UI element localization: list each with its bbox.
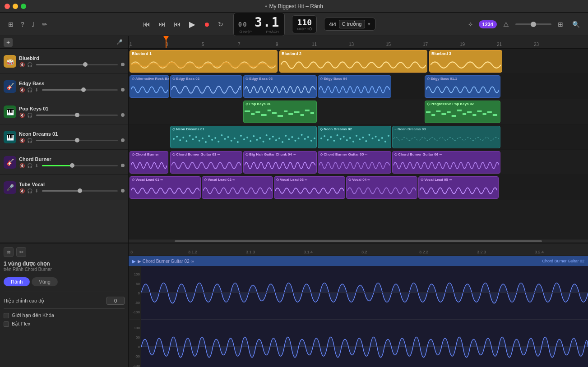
rewind-button[interactable]: ⏮ xyxy=(140,18,153,30)
bluebird-solo[interactable]: 🎧 xyxy=(27,62,33,67)
clip-vocallead03[interactable]: ◇ Vocal Lead 03 ∞ xyxy=(274,176,345,199)
edgybass-volume[interactable] xyxy=(42,89,118,91)
clip-chordburner05[interactable]: ◇ Chord Burner Guitar 05 ∞ xyxy=(318,151,391,174)
add-track-button[interactable]: + xyxy=(4,38,13,47)
library-button[interactable]: ⊞ xyxy=(555,19,566,30)
pencil-button[interactable]: ✏ xyxy=(39,19,50,30)
key-display[interactable]: C trưởng xyxy=(339,20,365,28)
edgybass-solo[interactable]: 🎧 xyxy=(27,87,33,92)
chordburner-volume[interactable] xyxy=(42,165,118,166)
loop-button[interactable]: ↻ xyxy=(215,19,226,30)
track-header-chordburner[interactable]: 🎸 Chord Burner 🔇 🎧 ⬇ xyxy=(0,150,128,175)
search-button[interactable]: 🔍 xyxy=(569,19,583,30)
chordburner-solo[interactable]: 🎧 xyxy=(27,163,33,168)
clip-edgybass04[interactable]: ◇ Edgy Bass 04 xyxy=(318,75,391,98)
flex-checkbox[interactable] xyxy=(4,321,9,327)
chordburner-extra[interactable]: ⬇ xyxy=(34,163,39,168)
track-header-bluebird[interactable]: 🥁 Bluebird 🔇 🎧 xyxy=(0,49,128,74)
ruler-mark-15: 15 xyxy=(386,42,391,47)
tubevocal-extra[interactable]: ⬇ xyxy=(34,188,39,193)
forward-button[interactable]: ⏭ xyxy=(156,18,168,30)
track-header-neondreams[interactable]: 🎹 Neon Dreams 01 🔇 🎧 xyxy=(0,124,128,150)
clip-bighair04[interactable]: ◇ Big Hair Guitar Chunk 04 ∞ xyxy=(243,151,317,174)
clip-chordburner03[interactable]: ◇ Chord Burner Guitar 03 ∞ xyxy=(170,151,242,174)
vung-tab[interactable]: Vùng xyxy=(32,277,58,286)
clip-edgybass02[interactable]: ◇ Edgy Bass 02 xyxy=(170,75,242,98)
popkeys-mute[interactable]: 🔇 xyxy=(19,113,25,118)
clip-edgybass011[interactable]: ◇ Edgy Bass 01.1 xyxy=(425,75,500,98)
metronome-button[interactable]: ♩ xyxy=(29,19,37,30)
tubevocal-controls: 🔇 🎧 ⬇ xyxy=(19,188,125,193)
bpm-display[interactable]: 110 NHỊP ĐỘ xyxy=(292,15,317,33)
position-display[interactable]: 00 3.1 Ô NHỊP PHÁCH xyxy=(233,13,285,36)
pitch-value[interactable]: 0 xyxy=(106,297,125,305)
minimize-button[interactable] xyxy=(13,4,18,9)
bluebird-mute[interactable]: 🔇 xyxy=(19,62,25,67)
scrollbar-thumb[interactable] xyxy=(175,240,542,242)
track-header-edgybass[interactable]: 🎸 Edgy Bass 🔇 🎧 ⬇ xyxy=(0,74,128,99)
waveform-icon-btn[interactable]: ≋ xyxy=(4,247,14,257)
time-sig-display[interactable]: 4/4 C trưởng ▾ xyxy=(324,18,375,31)
clip-edgybass03[interactable]: ◇ Edgy Bass 03 xyxy=(243,75,317,98)
horizontal-scrollbar[interactable] xyxy=(129,239,588,243)
popkeys-pan[interactable] xyxy=(121,113,125,117)
popkeys-solo[interactable]: 🎧 xyxy=(27,113,33,118)
neondreams-mute[interactable]: 🔇 xyxy=(19,138,25,143)
edgybass-pan[interactable] xyxy=(121,88,125,92)
clip-popkeys01[interactable]: ◇ Pop Keys 01 xyxy=(243,101,317,123)
window-title: ● My Biggest Hit – Rānh xyxy=(265,3,323,9)
clip-wave xyxy=(130,183,200,199)
svg-point-80 xyxy=(346,139,348,141)
neondreams-volume[interactable] xyxy=(36,140,118,141)
clip-vocallead05[interactable]: ◇ Vocal Lead 05 ∞ xyxy=(418,176,499,199)
bluebird-volume[interactable] xyxy=(36,64,118,65)
edgybass-extra[interactable]: ⬇ xyxy=(34,87,39,92)
clip-chordburner06[interactable]: ◇ Chord Burner Guitar 06 ∞ xyxy=(392,151,500,174)
tubevocal-volume[interactable] xyxy=(42,190,118,192)
selection-title: 1 vùng được chọn xyxy=(4,261,125,267)
scissors-icon-btn[interactable]: ✂ xyxy=(16,247,26,257)
clip-bluebird2[interactable]: Bluebird 2 xyxy=(279,50,427,73)
master-volume-slider[interactable] xyxy=(515,23,551,25)
chordburner-pan[interactable] xyxy=(121,164,125,167)
help-button[interactable]: ? xyxy=(18,19,27,30)
track-header-tubevocal[interactable]: 🎤 Tube Vocal 🔇 🎧 ⬇ xyxy=(0,175,128,200)
limit-checkbox[interactable] xyxy=(4,313,9,318)
play-button[interactable]: ▶ xyxy=(186,18,198,31)
smart-controls-button[interactable]: ⊞ xyxy=(5,19,16,30)
popkeys-volume[interactable] xyxy=(36,115,118,116)
tubevocal-solo[interactable]: 🎧 xyxy=(27,188,33,193)
alert-button[interactable]: ⚠ xyxy=(500,19,512,30)
clip-vocal04[interactable]: ◇ Vocal 04 ∞ xyxy=(346,176,417,199)
track-options-button[interactable]: 🎤 xyxy=(115,38,125,46)
clip-neondreams02[interactable]: ◇ Neon Dreams 02 xyxy=(318,126,391,148)
clip-label: ◇ Pop Keys 01 xyxy=(244,101,316,107)
tuner-button[interactable]: ⟡ xyxy=(466,18,475,30)
clip-neondreams01[interactable]: ◇ Neon Dreams 01 xyxy=(170,126,317,148)
clip-bluebird3[interactable]: Bluebird 3 xyxy=(429,50,502,73)
chordburner-name: Chord Burner xyxy=(19,156,125,162)
tubevocal-mute[interactable]: 🔇 xyxy=(19,188,25,193)
clip-neondreams03[interactable]: ~ Neon Dreams 03 xyxy=(392,126,500,148)
track-header-popkeys[interactable]: 🎹 Pop Keys 01 🔇 🎧 xyxy=(0,99,128,124)
maximize-button[interactable] xyxy=(21,4,26,9)
clip-bluebird1[interactable]: Bluebird 1 xyxy=(130,50,278,73)
svg-point-52 xyxy=(253,135,255,137)
neondreams-solo[interactable]: 🎧 xyxy=(27,138,33,143)
clip-vocallead02[interactable]: ◇ Vocal Lead 02 ∞ xyxy=(202,176,273,199)
neondreams-pan[interactable] xyxy=(121,138,125,142)
edgybass-mute[interactable]: 🔇 xyxy=(19,87,25,92)
user-badge[interactable]: 1234 xyxy=(479,20,497,28)
clip-altrock01[interactable]: ◇ Alternative Rock Bass 01 xyxy=(130,75,169,98)
tubevocal-pan[interactable] xyxy=(121,189,125,193)
clip-progpopkeys02[interactable]: ◇ Progressive Pop Keys 02 xyxy=(425,101,500,123)
ranh-tab[interactable]: Rãnh xyxy=(4,277,30,286)
to-start-button[interactable]: ⏮ xyxy=(171,18,184,30)
clip-chordburner[interactable]: ◇ Chord Burner xyxy=(130,151,168,174)
clip-vocallead01[interactable]: ◇ Vocal Lead 01 ∞ xyxy=(130,176,201,199)
dropdown-icon[interactable]: ▾ xyxy=(368,21,370,27)
close-button[interactable] xyxy=(5,4,10,9)
record-button[interactable]: ⏺ xyxy=(201,19,213,30)
chordburner-mute[interactable]: 🔇 xyxy=(19,163,25,168)
bluebird-pan[interactable] xyxy=(121,63,125,66)
